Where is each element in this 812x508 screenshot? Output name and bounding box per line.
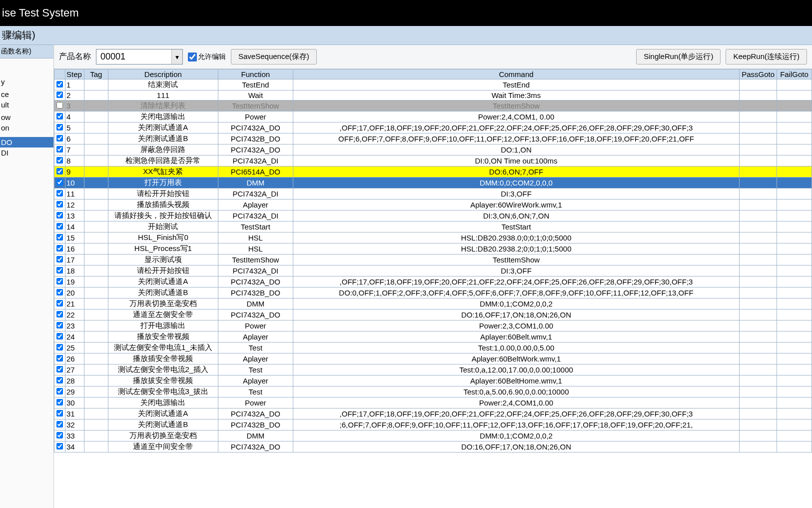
row-checkbox[interactable]: [56, 300, 63, 306]
cell[interactable]: PCI7432B_DO: [218, 420, 293, 430]
cell[interactable]: [777, 188, 812, 200]
cell[interactable]: [54, 408, 65, 420]
row-checkbox[interactable]: [56, 102, 63, 108]
cell[interactable]: [54, 398, 65, 408]
cell[interactable]: [84, 80, 108, 90]
row-checkbox[interactable]: [56, 388, 63, 394]
cell[interactable]: [54, 122, 65, 134]
table-row[interactable]: 31关闭测试通道APCI7432A_DO,OFF;17,OFF;18,OFF;1…: [54, 408, 812, 420]
table-row[interactable]: 2111WaitWait Time:3ms: [54, 90, 812, 100]
cell[interactable]: 17: [65, 254, 84, 266]
cell[interactable]: 关闭测试通道B: [108, 420, 218, 430]
col-step[interactable]: Step: [65, 70, 84, 80]
cell[interactable]: Power: [218, 320, 293, 332]
table-row[interactable]: 12播放插插头视频AplayerAplayer:60WireWork.wmv,1: [54, 200, 812, 210]
cell[interactable]: 关闭测试通道A: [108, 122, 218, 134]
cell[interactable]: [54, 288, 65, 298]
table-row[interactable]: 6关闭测试通道BPCI7432B_DOOFF;6,OFF;7,OFF;8,OFF…: [54, 134, 812, 144]
cell[interactable]: 关闭测试通道A: [108, 276, 218, 288]
cell[interactable]: 播放安全带视频: [108, 332, 218, 342]
cell[interactable]: PCI7432A_DI: [218, 156, 293, 166]
cell[interactable]: 万用表切换至毫安档: [108, 430, 218, 442]
cell[interactable]: DO:6,ON;7,OFF: [293, 166, 739, 178]
cell[interactable]: [740, 100, 777, 112]
cell[interactable]: 请松开开始按钮: [108, 266, 218, 276]
row-checkbox[interactable]: [56, 355, 63, 362]
row-checkbox[interactable]: [56, 201, 63, 208]
product-input[interactable]: [96, 50, 171, 64]
cell[interactable]: [84, 310, 108, 320]
cell[interactable]: [84, 342, 108, 354]
cell[interactable]: [84, 288, 108, 298]
allow-edit-input[interactable]: [188, 52, 197, 62]
cell[interactable]: [740, 376, 777, 386]
cell[interactable]: HSL:DB20.2938.2;0;0;1;0;1;5000: [293, 244, 739, 254]
cell[interactable]: [84, 244, 108, 254]
cell[interactable]: 打开电源输出: [108, 320, 218, 332]
cell[interactable]: 25: [65, 342, 84, 354]
cell[interactable]: [777, 288, 812, 298]
cell[interactable]: PCI7432A_DI: [218, 188, 293, 200]
cell[interactable]: Power: [218, 398, 293, 408]
cell[interactable]: [54, 244, 65, 254]
row-checkbox[interactable]: [56, 333, 63, 340]
cell[interactable]: Power:2,4,COM1,0.00: [293, 398, 739, 408]
table-row[interactable]: 16HSL_Process写1HSLHSL:DB20.2938.2;0;0;1;…: [54, 244, 812, 254]
row-checkbox[interactable]: [56, 421, 63, 428]
cell[interactable]: Test:0,a,12.00,17.00,0,0.00;10000: [293, 364, 739, 376]
cell[interactable]: [84, 364, 108, 376]
cell[interactable]: [777, 144, 812, 156]
row-checkbox[interactable]: [56, 366, 63, 372]
cell[interactable]: Wait: [218, 90, 293, 100]
cell[interactable]: Test: [218, 386, 293, 398]
cell[interactable]: [740, 386, 777, 398]
cell[interactable]: 33: [65, 430, 84, 442]
row-checkbox[interactable]: [56, 410, 63, 416]
row-checkbox[interactable]: [56, 377, 63, 384]
sidebar-item[interactable]: ult: [0, 100, 53, 110]
cell[interactable]: [777, 408, 812, 420]
table-row[interactable]: 24播放安全带视频AplayerAplayer:60Belt.wmv,1: [54, 332, 812, 342]
cell[interactable]: Aplayer:60WireWork.wmv,1: [293, 200, 739, 210]
cell[interactable]: [740, 442, 777, 452]
cell[interactable]: [54, 332, 65, 342]
cell[interactable]: [84, 90, 108, 100]
cell[interactable]: [54, 364, 65, 376]
cell[interactable]: [777, 442, 812, 452]
cell[interactable]: 万用表切换至毫安档: [108, 298, 218, 310]
cell[interactable]: 21: [65, 298, 84, 310]
cell[interactable]: [740, 156, 777, 166]
cell[interactable]: [84, 112, 108, 122]
cell[interactable]: [740, 178, 777, 188]
sidebar-item[interactable]: ow: [0, 112, 53, 122]
cell[interactable]: PCI7432A_DI: [218, 266, 293, 276]
col-tag[interactable]: Tag: [84, 70, 108, 80]
cell[interactable]: 屏蔽急停回路: [108, 144, 218, 156]
cell[interactable]: [54, 166, 65, 178]
col-checkbox[interactable]: [54, 70, 65, 80]
cell[interactable]: 11: [65, 188, 84, 200]
cell[interactable]: [740, 244, 777, 254]
cell[interactable]: Test: [218, 364, 293, 376]
cell[interactable]: [54, 134, 65, 144]
cell[interactable]: [740, 122, 777, 134]
table-row[interactable]: 9XX气缸夹紧PCI6514A_DODO:6,ON;7,OFF: [54, 166, 812, 178]
cell[interactable]: TestItemShow: [293, 254, 739, 266]
cell[interactable]: [777, 386, 812, 398]
cell[interactable]: 3: [65, 100, 84, 112]
cell[interactable]: [84, 386, 108, 398]
row-checkbox[interactable]: [56, 179, 63, 186]
cell[interactable]: [777, 376, 812, 386]
cell[interactable]: HSL: [218, 244, 293, 254]
cell[interactable]: [740, 288, 777, 298]
cell[interactable]: [84, 100, 108, 112]
cell[interactable]: 8: [65, 156, 84, 166]
cell[interactable]: [54, 310, 65, 320]
cell[interactable]: [54, 420, 65, 430]
cell[interactable]: PCI7432A_DO: [218, 442, 293, 452]
cell[interactable]: 1: [65, 80, 84, 90]
cell[interactable]: [54, 178, 65, 188]
table-row[interactable]: 13请插好接头，按开始按钮确认PCI7432A_DIDI:3,ON;6,ON;7…: [54, 210, 812, 222]
cell[interactable]: [54, 320, 65, 332]
cell[interactable]: [54, 156, 65, 166]
